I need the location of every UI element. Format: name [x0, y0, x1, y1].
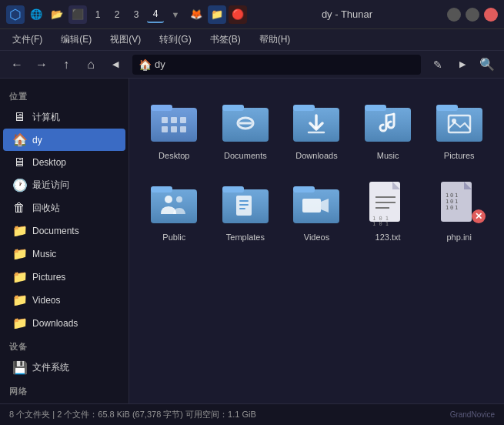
sidebar-label-pictures: Pictures	[32, 272, 65, 283]
file-item-downloads[interactable]: Downloads	[284, 91, 349, 166]
sidebar-item-downloads[interactable]: 📁 Downloads	[3, 312, 125, 334]
sidebar-item-videos[interactable]: 📁 Videos	[3, 289, 125, 311]
svg-text:0: 0	[450, 205, 453, 211]
thunar-icon-tb[interactable]: 📁	[208, 5, 226, 24]
maximize-button[interactable]	[466, 8, 479, 22]
menubar: 文件(F) 编辑(E) 视图(V) 转到(G) 书签(B) 帮助(H)	[0, 29, 504, 51]
svg-rect-6	[162, 126, 168, 132]
downloads-folder-icon	[292, 97, 341, 146]
svg-text:0: 0	[450, 192, 453, 199]
videos-folder-icon	[292, 179, 341, 228]
main-area: 位置 🖥 计算机 🏠 dy 🖥 Desktop 🕐 最近访问 🗑 回收站	[0, 79, 504, 403]
desktop-folder-icon	[149, 97, 199, 146]
start-icon[interactable]: ⬡	[6, 5, 25, 24]
sidebar-section-network: 网络	[0, 380, 129, 400]
desktop-sidebar-icon: 🖥	[12, 156, 26, 169]
file-item-templates[interactable]: Templates	[213, 172, 279, 248]
back-button[interactable]: ←	[6, 54, 28, 75]
svg-rect-29	[151, 189, 197, 223]
music-folder-label: Music	[377, 151, 399, 160]
minimize-button[interactable]	[447, 8, 461, 22]
sidebar-item-documents[interactable]: 📁 Documents	[3, 219, 125, 242]
file-item-pictures[interactable]: Pictures	[426, 91, 492, 166]
menu-goto[interactable]: 转到(G)	[156, 32, 194, 48]
svg-rect-10	[222, 108, 269, 142]
sidebar-item-pictures[interactable]: 📁 Pictures	[3, 266, 125, 288]
tab-3[interactable]: 3	[128, 6, 145, 23]
sidebar-item-dy[interactable]: 🏠 dy	[3, 129, 125, 151]
sidebar-item-computer[interactable]: 🖥 计算机	[3, 106, 125, 128]
statusbar-text: 8 个文件夹 | 2 个文件：65.8 KiB (67,378 字节) 可用空间…	[9, 409, 256, 420]
file-area: Desktop D	[129, 79, 504, 403]
svg-rect-3	[162, 117, 168, 123]
files-icon[interactable]: 📂	[48, 5, 66, 24]
file-item-txt[interactable]: 1 0 1 1 0 1 123.txt	[355, 172, 421, 248]
svg-rect-42	[293, 186, 315, 192]
sidebar-label-music: Music	[32, 249, 56, 259]
sidebar-item-desktop[interactable]: 🖥 Desktop	[3, 152, 125, 173]
tab-2[interactable]: 2	[108, 6, 125, 23]
up-button[interactable]: ↑	[55, 54, 77, 75]
terminal-icon-tb[interactable]: ⬛	[68, 5, 87, 24]
templates-folder-icon	[221, 179, 270, 228]
sidebar-label-desktop: Desktop	[32, 157, 66, 168]
svg-text:1: 1	[446, 192, 449, 199]
statusbar-brand: GrandNovice	[450, 410, 495, 419]
sidebar-label-trash: 回收站	[32, 202, 60, 215]
sidebar-item-filesystem[interactable]: 💾 文件系统	[3, 356, 125, 379]
sidebar-item-music[interactable]: 📁 Music	[3, 243, 125, 265]
sidebar-section-devices: 设备	[0, 335, 129, 356]
arrow-icon[interactable]: ▼	[166, 5, 185, 24]
tab-4[interactable]: 4	[147, 6, 164, 23]
pictures-folder-label: Pictures	[444, 151, 475, 160]
svg-rect-21	[365, 105, 386, 111]
svg-point-31	[165, 196, 172, 203]
home-button[interactable]: ⌂	[80, 54, 102, 75]
music-folder-icon	[363, 97, 412, 146]
sidebar-label-downloads: Downloads	[32, 318, 78, 329]
svg-text:1: 1	[455, 205, 458, 211]
svg-rect-25	[436, 105, 458, 111]
file-item-documents[interactable]: Documents	[213, 91, 279, 166]
sidebar-item-trash[interactable]: 🗑 回收站	[3, 197, 125, 219]
svg-rect-8	[180, 126, 186, 132]
file-item-public[interactable]: Public	[142, 172, 207, 248]
app-red[interactable]: 🔴	[229, 5, 247, 24]
file-item-desktop[interactable]: Desktop	[142, 91, 207, 166]
sidebar-label-computer: 计算机	[32, 111, 60, 124]
sidebar-label-dy: dy	[32, 135, 42, 146]
location-bar[interactable]: 🏠 dy	[132, 55, 421, 75]
ini-file-label: php.ini	[446, 233, 471, 242]
svg-rect-24	[436, 108, 482, 142]
file-item-ini[interactable]: 1 0 1 1 0 1 1 0 1 ✕ php.ini	[426, 172, 492, 248]
edit-path-button[interactable]: ✎	[427, 54, 449, 75]
documents-sidebar-icon: 📁	[12, 223, 26, 238]
svg-rect-7	[171, 126, 177, 132]
menu-edit[interactable]: 编辑(E)	[58, 32, 95, 48]
ini-file-icon: 1 0 1 1 0 1 1 0 1 ✕	[435, 179, 484, 228]
svg-rect-16	[293, 105, 315, 111]
file-item-videos[interactable]: Videos	[284, 172, 349, 248]
menu-bookmarks[interactable]: 书签(B)	[207, 32, 244, 48]
more-button[interactable]: ▶	[452, 54, 473, 75]
browser-icon[interactable]: 🌐	[27, 5, 45, 24]
close-button[interactable]	[484, 8, 498, 22]
sidebar-item-recent[interactable]: 🕐 最近访问	[3, 174, 125, 196]
file-item-music[interactable]: Music	[355, 91, 421, 166]
txt-file-icon: 1 0 1 1 0 1	[363, 179, 412, 228]
delete-badge[interactable]: ✕	[472, 209, 486, 223]
toggle-button[interactable]: ◀	[105, 54, 126, 75]
downloads-sidebar-icon: 📁	[12, 316, 26, 330]
forward-button[interactable]: →	[31, 54, 52, 75]
menu-help[interactable]: 帮助(H)	[256, 32, 294, 48]
sidebar: 位置 🖥 计算机 🏠 dy 🖥 Desktop 🕐 最近访问 🗑 回收站	[0, 79, 129, 403]
taskbar: ⬡ 🌐 📂 ⬛ 1 2 3 4 ▼ 🦊 📁 🔴	[6, 5, 247, 24]
tab-1[interactable]: 1	[89, 6, 106, 23]
svg-rect-11	[222, 105, 244, 111]
menu-view[interactable]: 视图(V)	[107, 32, 144, 48]
public-folder-label: Public	[162, 233, 185, 242]
search-button[interactable]: 🔍	[476, 54, 498, 75]
svg-text:0: 0	[450, 199, 453, 205]
menu-file[interactable]: 文件(F)	[9, 32, 45, 48]
firefox-icon[interactable]: 🦊	[187, 5, 205, 24]
